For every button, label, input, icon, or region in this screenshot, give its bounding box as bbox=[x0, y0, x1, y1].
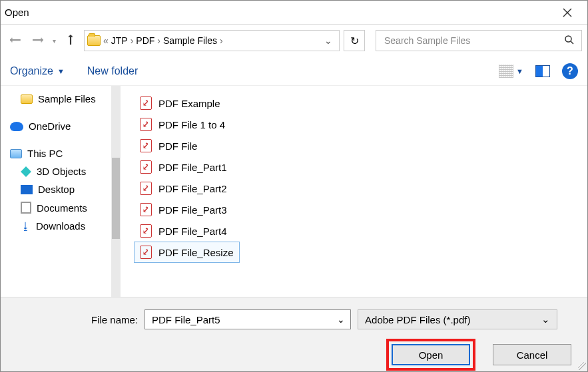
tree-item-3d-objects[interactable]: 3D Objects bbox=[1, 162, 121, 180]
search-icon bbox=[564, 35, 575, 47]
tree-item-downloads[interactable]: ⭳ Downloads bbox=[1, 217, 121, 235]
tree-label: OneDrive bbox=[29, 120, 71, 132]
tree-item-this-pc[interactable]: This PC bbox=[1, 144, 121, 162]
nav-row: 🠔 🠖 ▾ 🠕 « JTP › PDF › Sample Files › ⌄ ↻ bbox=[1, 25, 587, 57]
pc-icon bbox=[10, 149, 22, 158]
file-name: PDF File bbox=[158, 140, 197, 152]
filetype-select[interactable]: Adobe PDF Files (*.pdf) ⌄ bbox=[358, 309, 557, 329]
pdf-icon: ⤦ bbox=[140, 96, 152, 110]
breadcrumb-pdf[interactable]: PDF bbox=[136, 35, 154, 46]
pdf-icon: ⤦ bbox=[140, 224, 152, 238]
tree-label: Desktop bbox=[38, 184, 75, 195]
chevron-right-icon: › bbox=[131, 35, 134, 46]
pdf-icon: ⤦ bbox=[140, 246, 152, 259]
close-button[interactable] bbox=[554, 3, 581, 23]
file-name: PDF File_Part1 bbox=[158, 162, 227, 173]
organize-menu[interactable]: Organize ▼ bbox=[10, 65, 65, 77]
filename-input[interactable] bbox=[150, 313, 337, 326]
tree-label: Sample Files bbox=[38, 93, 96, 104]
tree-item-documents[interactable]: Documents bbox=[1, 198, 121, 217]
file-name: PDF File_Resize bbox=[158, 247, 234, 258]
nav-tree: Sample Files OneDrive This PC 3D Objects… bbox=[1, 86, 121, 297]
preview-pane-button[interactable] bbox=[535, 65, 550, 77]
chevron-down-icon: ▼ bbox=[57, 67, 65, 75]
breadcrumb-jtp[interactable]: JTP bbox=[111, 35, 128, 46]
breadcrumb-sample-files[interactable]: Sample Files bbox=[163, 35, 217, 46]
sidebar-scrollbar[interactable] bbox=[111, 86, 121, 297]
address-bar[interactable]: « JTP › PDF › Sample Files › ⌄ bbox=[84, 30, 340, 51]
pdf-icon: ⤦ bbox=[140, 182, 152, 195]
view-icon bbox=[499, 65, 513, 78]
tree-label: Downloads bbox=[36, 220, 85, 232]
file-name: PDF File 1 to 4 bbox=[158, 119, 225, 130]
svg-point-2 bbox=[565, 36, 571, 42]
pdf-icon: ⤦ bbox=[140, 139, 152, 152]
organize-label: Organize bbox=[10, 65, 53, 77]
file-item[interactable]: ⤦ PDF Example bbox=[134, 93, 226, 114]
chevron-right-icon: › bbox=[157, 35, 160, 46]
back-button[interactable]: 🠔 bbox=[6, 31, 25, 50]
new-folder-button[interactable]: New folder bbox=[87, 65, 138, 77]
file-item[interactable]: ⤦ PDF File_Part3 bbox=[134, 199, 233, 220]
address-dropdown[interactable]: ⌄ bbox=[320, 35, 336, 46]
up-button[interactable]: 🠕 bbox=[61, 31, 80, 50]
refresh-button[interactable]: ↻ bbox=[344, 30, 365, 51]
file-name: PDF Example bbox=[158, 98, 220, 109]
filename-label: File name: bbox=[91, 314, 138, 325]
download-icon: ⭳ bbox=[21, 220, 31, 232]
pdf-icon: ⤦ bbox=[140, 203, 152, 216]
toolbar: Organize ▼ New folder ▼ ? bbox=[1, 57, 587, 86]
view-menu[interactable]: ▼ bbox=[499, 65, 523, 78]
chevron-down-icon[interactable]: ⌄ bbox=[337, 314, 345, 325]
file-name: PDF File_Part4 bbox=[158, 226, 227, 237]
filename-combobox[interactable]: ⌄ bbox=[145, 309, 351, 329]
objects3d-icon bbox=[21, 166, 31, 177]
file-item[interactable]: ⤦ PDF File_Part2 bbox=[134, 178, 233, 199]
tree-item-desktop[interactable]: Desktop bbox=[1, 180, 121, 198]
dialog-title: Open bbox=[5, 7, 29, 18]
pdf-icon: ⤦ bbox=[140, 118, 152, 131]
tree-label: Documents bbox=[37, 202, 87, 214]
forward-button[interactable]: 🠖 bbox=[29, 31, 47, 50]
chevron-right-icon: › bbox=[220, 35, 223, 46]
chevron-down-icon: ⌄ bbox=[541, 313, 550, 325]
documents-icon bbox=[21, 202, 31, 214]
search-input[interactable] bbox=[383, 35, 564, 47]
crumb-overflow-icon: « bbox=[103, 35, 109, 46]
file-list: ⤦ PDF Example ⤦ PDF File 1 to 4 ⤦ PDF Fi… bbox=[121, 86, 587, 297]
tree-label: This PC bbox=[27, 148, 63, 159]
pdf-icon: ⤦ bbox=[140, 160, 152, 174]
scrollbar-thumb[interactable] bbox=[112, 158, 120, 239]
tree-item-onedrive[interactable]: OneDrive bbox=[1, 117, 121, 135]
onedrive-icon bbox=[10, 122, 23, 131]
file-name: PDF File_Part3 bbox=[158, 204, 227, 216]
search-box[interactable] bbox=[376, 30, 582, 51]
close-icon bbox=[563, 8, 572, 17]
desktop-icon bbox=[21, 185, 33, 194]
folder-icon bbox=[87, 35, 101, 46]
file-item[interactable]: ⤦ PDF File 1 to 4 bbox=[134, 114, 231, 135]
folder-icon bbox=[21, 94, 33, 104]
file-item[interactable]: ⤦ PDF File_Part4 bbox=[134, 220, 233, 242]
file-item-selected[interactable]: ⤦ PDF File_Resize bbox=[134, 242, 240, 263]
tree-item-sample-files[interactable]: Sample Files bbox=[1, 90, 121, 108]
help-button[interactable]: ? bbox=[562, 63, 578, 79]
resize-grip[interactable] bbox=[578, 362, 586, 370]
filetype-value: Adobe PDF Files (*.pdf) bbox=[365, 314, 470, 325]
bottom-bar: File name: ⌄ Adobe PDF Files (*.pdf) ⌄ O… bbox=[1, 297, 587, 371]
main-area: Sample Files OneDrive This PC 3D Objects… bbox=[1, 86, 587, 297]
title-bar: Open bbox=[1, 1, 587, 25]
cancel-button[interactable]: Cancel bbox=[493, 344, 571, 365]
chevron-down-icon: ▼ bbox=[516, 67, 523, 75]
file-item[interactable]: ⤦ PDF File_Part1 bbox=[134, 156, 233, 178]
tree-label: 3D Objects bbox=[37, 166, 86, 177]
file-item[interactable]: ⤦ PDF File bbox=[134, 135, 203, 156]
file-name: PDF File_Part2 bbox=[158, 183, 227, 194]
open-button[interactable]: Open bbox=[392, 344, 470, 365]
history-dropdown[interactable]: ▾ bbox=[51, 37, 57, 45]
svg-line-3 bbox=[571, 41, 573, 44]
open-button-highlight: Open bbox=[386, 339, 475, 371]
